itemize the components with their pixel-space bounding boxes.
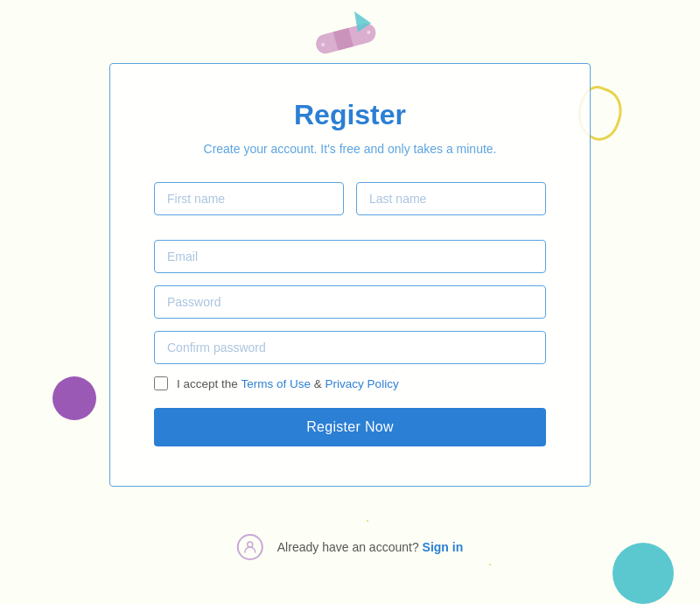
teal-circle-decoration — [612, 543, 674, 604]
page-subtitle: Create your account. It's free and only … — [154, 142, 546, 156]
terms-link[interactable]: Terms of Use — [242, 377, 312, 390]
register-button[interactable]: Register Now — [154, 408, 546, 446]
top-decoration — [298, 7, 402, 64]
first-name-input[interactable] — [154, 182, 344, 215]
terms-label[interactable]: I accept the Terms of Use & Privacy Poli… — [177, 377, 399, 390]
signin-row: Already have an account? Sign in — [237, 534, 463, 560]
signin-icon — [237, 534, 263, 560]
register-card: Register Create your account. It's free … — [109, 63, 591, 487]
confirm-password-group — [154, 331, 546, 364]
first-name-group — [154, 182, 344, 215]
confirm-password-input[interactable] — [154, 331, 546, 364]
privacy-link[interactable]: Privacy Policy — [326, 377, 399, 390]
svg-point-5 — [248, 542, 253, 547]
email-input[interactable] — [154, 240, 546, 273]
terms-checkbox[interactable] — [154, 376, 168, 390]
signin-text: Already have an account? Sign in — [277, 540, 463, 554]
signin-link[interactable]: Sign in — [423, 540, 464, 554]
terms-row: I accept the Terms of Use & Privacy Poli… — [154, 376, 546, 390]
email-group — [154, 240, 546, 273]
purple-circle-decoration — [52, 376, 96, 420]
last-name-group — [356, 182, 546, 215]
last-name-input[interactable] — [356, 182, 546, 215]
password-input[interactable] — [154, 285, 546, 319]
password-group — [154, 285, 546, 319]
page-title: Register — [154, 99, 546, 131]
name-row — [154, 182, 546, 228]
